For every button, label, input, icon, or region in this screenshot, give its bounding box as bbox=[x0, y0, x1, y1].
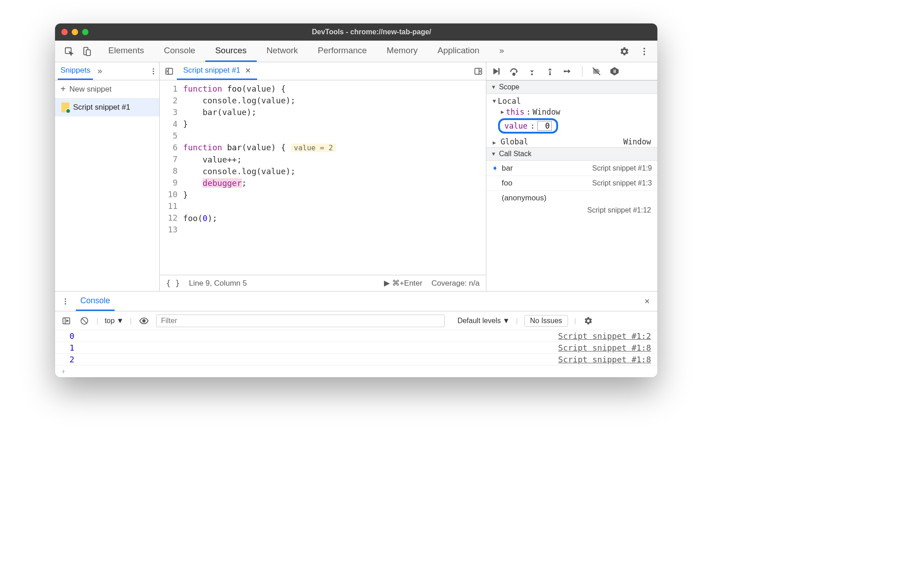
tab-application[interactable]: Application bbox=[428, 41, 490, 62]
svg-point-8 bbox=[153, 73, 154, 74]
svg-rect-9 bbox=[166, 68, 173, 74]
edit-value-highlight: value: bbox=[498, 118, 558, 134]
close-tab-icon[interactable]: ✕ bbox=[245, 66, 251, 75]
navigator-more-icon[interactable] bbox=[148, 65, 159, 77]
debugger-toolbar bbox=[486, 62, 657, 80]
console-prompt[interactable]: › bbox=[55, 366, 657, 377]
zoom-window-icon[interactable] bbox=[82, 29, 88, 35]
step-into-icon[interactable] bbox=[526, 65, 538, 77]
snippet-name: Script snippet #1 bbox=[73, 103, 130, 112]
cursor-position: Line 9, Column 5 bbox=[189, 279, 247, 288]
navigator-tab-snippets[interactable]: Snippets bbox=[58, 62, 93, 80]
editor-pane: Script snippet #1 ✕ 12345678910111213 fu… bbox=[160, 62, 486, 291]
console-filter-input[interactable] bbox=[156, 315, 445, 327]
pause-on-exceptions-icon[interactable] bbox=[609, 65, 620, 77]
scope-section-header[interactable]: ▼ Scope bbox=[486, 80, 657, 94]
code-content[interactable]: function foo(value) { console.log(value)… bbox=[183, 80, 486, 275]
code-editor[interactable]: 12345678910111213 function foo(value) { … bbox=[160, 80, 486, 275]
run-snippet-button[interactable]: ▶ ⌘+Enter bbox=[384, 278, 422, 288]
log-levels-selector[interactable]: Default levels ▼ bbox=[457, 317, 510, 325]
tab-console[interactable]: Console bbox=[154, 41, 205, 62]
console-settings-icon[interactable] bbox=[582, 315, 594, 327]
pretty-print-icon[interactable]: { } bbox=[166, 279, 180, 288]
drawer-tab-console[interactable]: Console bbox=[76, 292, 115, 311]
window-controls bbox=[61, 29, 88, 35]
navigator-overflow-icon[interactable]: » bbox=[96, 66, 104, 76]
console-sidebar-icon[interactable] bbox=[60, 315, 72, 327]
step-icon[interactable] bbox=[562, 65, 574, 77]
svg-point-4 bbox=[643, 51, 645, 52]
new-snippet-label: New snippet bbox=[69, 85, 112, 94]
log-source-link[interactable]: Script snippet #1:8 bbox=[558, 355, 651, 364]
console-context-selector[interactable]: top ▼ bbox=[105, 317, 124, 325]
log-source-link[interactable]: Script snippet #1:8 bbox=[558, 343, 651, 352]
snippet-file-icon bbox=[61, 102, 69, 112]
console-toolbar: | top ▼ | Default levels ▼ | No Issues | bbox=[55, 311, 657, 330]
snippet-list-item[interactable]: Script snippet #1 bbox=[55, 98, 159, 116]
svg-rect-10 bbox=[475, 68, 482, 74]
titlebar: DevTools - chrome://new-tab-page/ bbox=[55, 23, 657, 41]
svg-point-19 bbox=[65, 301, 66, 302]
tab-network[interactable]: Network bbox=[257, 41, 308, 62]
svg-rect-16 bbox=[614, 69, 614, 73]
tab-memory[interactable]: Memory bbox=[377, 41, 428, 62]
show-debugger-icon[interactable] bbox=[471, 62, 486, 80]
stack-frame-bar[interactable]: ➧ bar Script snippet #1:9 bbox=[486, 161, 657, 176]
svg-point-3 bbox=[643, 47, 645, 49]
live-expression-icon[interactable] bbox=[138, 315, 150, 327]
step-over-icon[interactable] bbox=[508, 65, 520, 77]
main-tabs: Elements Console Sources Network Perform… bbox=[55, 41, 657, 62]
issues-button[interactable]: No Issues bbox=[524, 315, 568, 327]
editor-statusbar: { } Line 9, Column 5 ▶ ⌘+Enter Coverage:… bbox=[160, 275, 486, 291]
console-log-row[interactable]: 1Script snippet #1:8 bbox=[55, 342, 657, 354]
tab-sources[interactable]: Sources bbox=[205, 41, 257, 62]
svg-point-20 bbox=[65, 303, 66, 304]
svg-point-18 bbox=[65, 298, 66, 300]
sources-panel: Snippets » + New snippet Script snippet … bbox=[55, 62, 657, 291]
line-gutter: 12345678910111213 bbox=[160, 80, 183, 275]
debugger-pane: ▼ Scope ▼Local ▶this: Window value: ▶ Gl… bbox=[486, 62, 657, 291]
scope-value-row[interactable]: value: bbox=[493, 117, 657, 134]
tab-performance[interactable]: Performance bbox=[308, 41, 377, 62]
svg-point-23 bbox=[142, 319, 145, 322]
triangle-down-icon: ▼ bbox=[491, 151, 496, 157]
callstack-section-header[interactable]: ▼ Call Stack bbox=[486, 147, 657, 161]
scope-value-input[interactable] bbox=[537, 121, 552, 131]
resume-icon[interactable] bbox=[490, 65, 502, 77]
navigator-sidebar: Snippets » + New snippet Script snippet … bbox=[55, 62, 160, 291]
device-toolbar-icon[interactable] bbox=[81, 46, 93, 57]
plus-icon: + bbox=[60, 84, 66, 94]
close-window-icon[interactable] bbox=[61, 29, 68, 35]
console-log-row[interactable]: 2Script snippet #1:8 bbox=[55, 354, 657, 366]
svg-point-5 bbox=[643, 53, 645, 55]
tabs-overflow-icon[interactable]: » bbox=[490, 41, 514, 62]
stack-frame-foo[interactable]: foo Script snippet #1:3 bbox=[486, 176, 657, 191]
tab-elements[interactable]: Elements bbox=[98, 41, 154, 62]
stack-frame-anonymous[interactable]: (anonymous) bbox=[486, 191, 657, 205]
console-log-row[interactable]: 0Script snippet #1:2 bbox=[55, 330, 657, 342]
svg-rect-11 bbox=[499, 68, 500, 74]
deactivate-breakpoints-icon[interactable] bbox=[591, 65, 602, 77]
show-navigator-icon[interactable] bbox=[162, 62, 177, 80]
triangle-down-icon: ▼ bbox=[491, 84, 496, 90]
inspect-element-icon[interactable] bbox=[63, 46, 75, 57]
step-out-icon[interactable] bbox=[544, 65, 556, 77]
svg-point-6 bbox=[153, 68, 154, 69]
editor-tab[interactable]: Script snippet #1 ✕ bbox=[177, 62, 257, 80]
new-snippet-button[interactable]: + New snippet bbox=[55, 80, 159, 98]
close-drawer-icon[interactable]: ✕ bbox=[641, 296, 653, 307]
scope-this-row[interactable]: ▶this: Window bbox=[493, 106, 657, 117]
settings-icon[interactable] bbox=[619, 46, 630, 57]
scope-global-row[interactable]: ▶ Global Window bbox=[486, 136, 657, 147]
log-source-link[interactable]: Script snippet #1:2 bbox=[558, 331, 651, 341]
console-filter[interactable] bbox=[156, 315, 445, 327]
coverage-status: Coverage: n/a bbox=[431, 279, 480, 288]
clear-console-icon[interactable] bbox=[79, 315, 90, 327]
scope-local-header[interactable]: ▼Local bbox=[493, 96, 657, 106]
console-drawer: Console ✕ | top ▼ | Default levels ▼ | N… bbox=[55, 291, 657, 377]
editor-tab-label: Script snippet #1 bbox=[183, 66, 240, 75]
minimize-window-icon[interactable] bbox=[72, 29, 78, 35]
more-menu-icon[interactable] bbox=[638, 46, 650, 57]
drawer-more-icon[interactable] bbox=[60, 296, 71, 307]
devtools-window: DevTools - chrome://new-tab-page/ Elemen… bbox=[55, 23, 657, 377]
